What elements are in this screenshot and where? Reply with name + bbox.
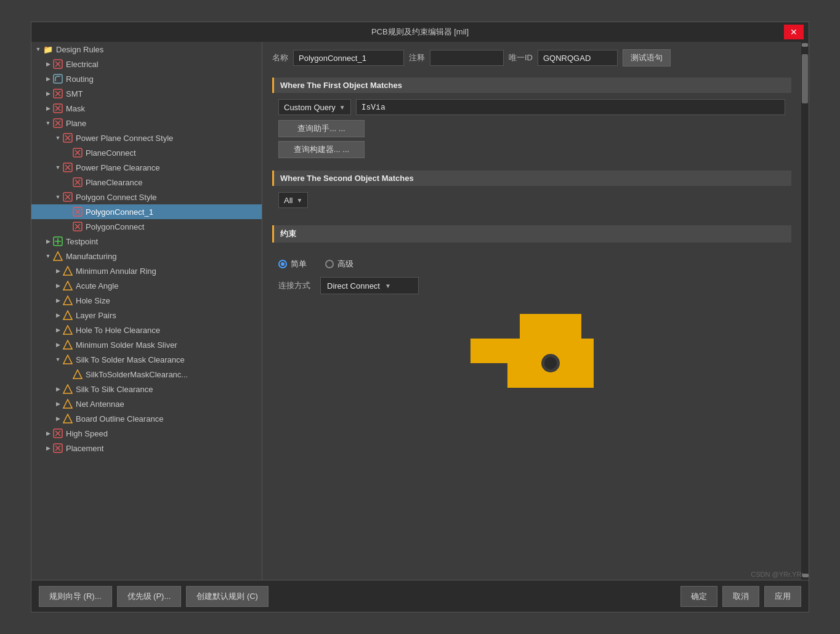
comment-input[interactable] [430, 50, 504, 66]
tree-item-board-outline-clearance[interactable]: ▶Board Outline Clearance [31, 411, 262, 426]
tree-item-label: Hole Size [76, 296, 110, 305]
right-scrollbar[interactable] [801, 42, 809, 580]
svg-marker-38 [63, 267, 72, 275]
tree-item-smt[interactable]: ▶SMT [31, 86, 262, 101]
test-btn[interactable]: 测试语句 [623, 49, 671, 66]
tree-item-polygon-connect[interactable]: PolygonConnect [31, 219, 262, 234]
query-builder-btn[interactable]: 查询构建器... ... [278, 141, 365, 158]
tree-item-manufacturing[interactable]: ▼Manufacturing [31, 249, 262, 263]
tree-item-power-plane-connect-style[interactable]: ▼Power Plane Connect Style [31, 130, 262, 145]
svg-point-60 [544, 357, 557, 369]
priority-btn[interactable]: 优先级 (P)... [117, 586, 182, 607]
confirm-btn[interactable]: 确定 [680, 586, 717, 607]
tree-item-plane-connect[interactable]: PlaneConnect [31, 145, 262, 160]
tree-item-power-plane-clearance[interactable]: ▼Power Plane Clearance [31, 160, 262, 175]
main-content: ▼📁Design Rules▶Electrical▶Routing▶SMT▶Ma… [31, 42, 809, 580]
wizard-btn[interactable]: 规则向导 (R)... [39, 586, 112, 607]
tree-item-hole-to-hole-clearance[interactable]: ▶Hole To Hole Clearance [31, 323, 262, 337]
tree-item-label: Silk To Solder Mask Clearance [76, 355, 185, 364]
all-value: All [284, 196, 293, 205]
advanced-radio[interactable]: 高级 [325, 259, 353, 270]
tree-item-mask[interactable]: ▶Mask [31, 101, 262, 116]
tree-item-icon [62, 162, 73, 173]
advanced-radio-circle [325, 260, 334, 268]
tree-item-label: High Speed [66, 429, 108, 438]
svg-marker-44 [63, 355, 72, 364]
tree-item-icon [52, 236, 63, 247]
name-label: 名称 [272, 52, 288, 63]
tree-item-icon [52, 73, 63, 84]
tree-item-silk-to-solder-mask-clearance[interactable]: ▼Silk To Solder Mask Clearance [31, 352, 262, 367]
tree-item-label: Routing [66, 74, 94, 84]
collapse-arrow-icon: ▶ [44, 104, 52, 113]
pcb-visualization [278, 302, 785, 400]
collapse-arrow-icon: ▶ [54, 296, 62, 305]
tree-item-label: Manufacturing [66, 252, 116, 261]
svg-rect-58 [470, 363, 507, 388]
tree-item-layer-pairs[interactable]: ▶Layer Pairs [31, 308, 262, 323]
tree-item-icon [62, 191, 73, 203]
create-default-btn[interactable]: 创建默认规则 (C) [186, 586, 269, 607]
tree-item-acute-angle[interactable]: ▶Acute Angle [31, 278, 262, 293]
collapse-arrow-icon: ▶ [44, 74, 52, 83]
tree-item-high-speed[interactable]: ▶High Speed [31, 426, 262, 441]
tree-item-label: PlaneClearance [86, 178, 143, 187]
tree-item-label: SilkToSolderMaskClearanc... [86, 370, 188, 379]
simple-radio[interactable]: 简单 [278, 259, 307, 270]
second-match-header: Where The Second Object Matches [272, 171, 791, 186]
close-button[interactable]: ✕ [784, 25, 804, 39]
tree-item-placement[interactable]: ▶Placement [31, 441, 262, 455]
simple-radio-label: 简单 [291, 259, 307, 270]
tree-item-icon [52, 118, 63, 129]
tree-item-label: PlaneConnect [86, 148, 136, 158]
uid-input[interactable] [538, 50, 618, 66]
tree-item-label: Net Antennae [76, 399, 124, 409]
tree-item-label: Mask [66, 104, 85, 113]
tree-item-silk-to-solder-mask-clearance-child[interactable]: SilkToSolderMaskClearanc... [31, 367, 262, 382]
tree-item-net-antennae[interactable]: ▶Net Antennae [31, 396, 262, 411]
tree-item-polygon-connect-style[interactable]: ▼Polygon Connect Style [31, 190, 262, 204]
tree-item-icon [52, 251, 63, 262]
tree-item-label: Minimum Annular Ring [76, 267, 156, 276]
tree-item-icon [62, 398, 73, 409]
tree-item-plane[interactable]: ▼Plane [31, 116, 262, 130]
svg-marker-42 [63, 326, 72, 334]
tree-item-minimum-annular-ring[interactable]: ▶Minimum Annular Ring [31, 263, 262, 278]
custom-query-value: Custom Query [284, 103, 336, 112]
tree-item-silk-to-silk-clearance[interactable]: ▶Silk To Silk Clearance [31, 382, 262, 396]
expand-arrow-icon: ▼ [54, 193, 62, 201]
collapse-arrow-icon: ▶ [44, 89, 52, 98]
collapse-arrow-icon: ▶ [54, 267, 62, 275]
expand-arrow-icon: ▼ [34, 45, 42, 54]
apply-btn[interactable]: 应用 [764, 586, 801, 607]
tree-item-label: Hole To Hole Clearance [76, 326, 160, 335]
tree-item-icon [62, 132, 73, 143]
name-input[interactable] [293, 50, 404, 66]
form-header-row: 名称 注释 唯一ID 测试语句 [272, 49, 791, 66]
all-dropdown[interactable]: All ▼ [278, 192, 308, 208]
main-window: PCB规则及约束编辑器 [mil] ✕ ▼📁Design Rules▶Elect… [31, 22, 809, 612]
tree-item-electrical[interactable]: ▶Electrical [31, 57, 262, 71]
tree-item-routing[interactable]: ▶Routing [31, 71, 262, 86]
tree-item-design-rules[interactable]: ▼📁Design Rules [31, 42, 262, 57]
all-dropdown-arrow-icon: ▼ [296, 197, 302, 204]
tree-item-label: Minimum Solder Mask Sliver [76, 340, 177, 350]
tree-item-minimum-solder-mask-sliver[interactable]: ▶Minimum Solder Mask Sliver [31, 337, 262, 352]
tree-item-polygon-connect-1[interactable]: PolygonConnect_1 [31, 204, 262, 219]
tree-item-icon: 📁 [42, 44, 54, 55]
query-helper-btn[interactable]: 查询助手... ... [278, 120, 365, 137]
constraint-content: 简单 高级 连接方式 Direct Connect ▼ [272, 246, 791, 412]
cancel-btn[interactable]: 取消 [722, 586, 759, 607]
tree-item-testpoint[interactable]: ▶Testpoint [31, 234, 262, 249]
connect-dropdown[interactable]: Direct Connect ▼ [320, 277, 419, 294]
query-text-input[interactable] [356, 99, 785, 115]
tree-item-icon [62, 280, 73, 291]
custom-query-dropdown[interactable]: Custom Query ▼ [278, 99, 351, 115]
constraint-header: 约束 [272, 225, 791, 243]
tree-item-hole-size[interactable]: ▶Hole Size [31, 293, 262, 308]
tree-item-icon [62, 339, 73, 350]
tree-item-plane-clearance[interactable]: PlaneClearance [31, 175, 262, 190]
advanced-radio-label: 高级 [337, 259, 353, 270]
right-panel: 名称 注释 唯一ID 测试语句 Where The First Object M… [262, 42, 801, 580]
tree-item-icon [52, 58, 63, 70]
